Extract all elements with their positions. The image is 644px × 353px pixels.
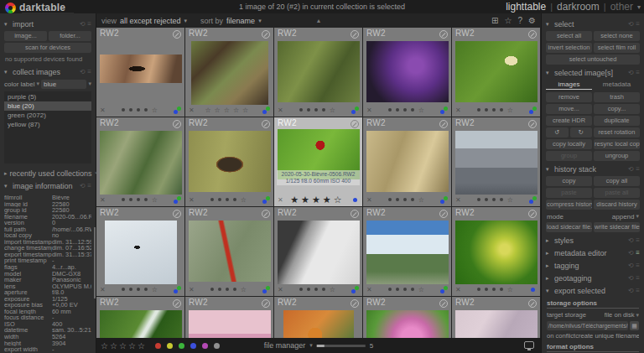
reject-icon[interactable]: ✕ — [189, 106, 195, 114]
ratings-filter-star-icon[interactable]: ☆ — [505, 17, 512, 25]
on-conflict-select[interactable]: create unique filename — [575, 332, 639, 340]
thumbnail-yellow-orchid[interactable]: RW2 ✕ ☆ — [452, 207, 541, 297]
star-rating[interactable]: ☆ — [477, 196, 513, 204]
color-label-button-gray[interactable] — [214, 343, 220, 349]
reject-icon[interactable]: ✕ — [455, 286, 461, 293]
group-icon[interactable] — [439, 30, 448, 39]
left-panel-scrollbar[interactable] — [94, 227, 96, 298]
presets-menu-icon[interactable]: ≡ — [636, 69, 640, 76]
color-label-button-purple[interactable] — [202, 343, 208, 349]
select-all-button[interactable]: select all — [546, 31, 592, 41]
color-label-button-blue[interactable] — [190, 343, 196, 349]
star-rating[interactable]: ☆ — [477, 106, 513, 114]
presets-menu-icon[interactable]: ≡ — [87, 68, 91, 75]
top-panel-collapse-icon[interactable]: ▲ — [316, 18, 322, 23]
rule-field-select[interactable]: color label — [4, 80, 34, 88]
invert-selection-button[interactable]: invert selection — [546, 43, 592, 53]
metadata-editor-panel-header[interactable]: ▸ metadata editor ⟲≡ — [542, 247, 644, 259]
collapse-icon[interactable]: ▾ — [4, 21, 10, 28]
thumbnail-duck-in-water[interactable]: RW2 ✕ ☆ — [185, 117, 274, 207]
mode-select[interactable]: append — [612, 213, 635, 221]
collapse-icon[interactable]: ▸ — [546, 250, 552, 257]
group-icon[interactable] — [351, 120, 359, 128]
rating-filter-star-icon[interactable]: ☆ — [119, 341, 127, 350]
group-icon[interactable] — [528, 210, 537, 218]
recent-collections-panel-header[interactable]: ▸ recently used collections ⟲≡ — [0, 167, 96, 179]
view-other[interactable]: other — [610, 1, 633, 13]
reset-icon[interactable]: ⟲ — [628, 274, 634, 282]
mode-caret-icon[interactable]: ▾ — [636, 213, 639, 220]
select-film-roll-button[interactable]: select film roll — [594, 43, 640, 53]
trash-button[interactable]: trash — [594, 92, 640, 102]
group-icon[interactable] — [262, 120, 270, 128]
reset-rotation-button[interactable]: reset rotation — [594, 127, 640, 138]
layout-mode-select[interactable]: file manager — [264, 341, 306, 350]
duplicate-button[interactable]: duplicate — [594, 116, 640, 126]
collect-images-panel-header[interactable]: ▾ collect images ⟲≡ — [0, 65, 96, 78]
zoom-slider[interactable] — [317, 345, 366, 347]
reset-icon[interactable]: ⟲ — [80, 20, 86, 28]
group-icon[interactable] — [262, 30, 270, 39]
color-label-button-red[interactable] — [155, 343, 161, 349]
reject-icon[interactable]: ✕ — [366, 196, 372, 204]
view-darkroom[interactable]: darkroom — [557, 1, 600, 13]
import-panel-header[interactable]: ▾ import ⟲≡ — [0, 18, 96, 30]
group-icon[interactable] — [439, 210, 448, 218]
export-path-input[interactable]: /home/nilvus/Téléchargements/m — [547, 321, 628, 330]
group-icon[interactable] — [528, 120, 537, 128]
thumbnail-butterfly-on-leaves[interactable]: RW2 ✕ ☆ — [452, 28, 541, 117]
presets-menu-icon[interactable]: ≡ — [636, 274, 640, 282]
history-copy-all-button[interactable]: copy all — [594, 176, 640, 186]
reset-icon[interactable]: ⟲ — [628, 262, 634, 269]
panel-header-icons[interactable]: ⟲≡ — [628, 165, 640, 173]
rotate-cw-button[interactable]: ↻ — [570, 127, 593, 138]
select-untouched-button[interactable]: select untouched — [546, 55, 640, 65]
collapse-icon[interactable]: ▸ — [546, 275, 552, 282]
select-panel-header[interactable]: ▾ select ⟲≡ — [542, 18, 644, 30]
add-rule-caret-icon[interactable]: ▾ — [88, 80, 91, 87]
rating-filter-stars[interactable]: ☆☆☆☆☆ — [101, 341, 145, 350]
collapse-icon[interactable]: ▸ — [546, 237, 552, 244]
thumbnail-red-beetle-on-leaf[interactable]: RW2 2020-05-30-Bièvre-0506.RW2 1/125 f/8… — [274, 117, 363, 207]
reject-icon[interactable]: ✕ — [455, 106, 461, 114]
thumbnail-pink-mountain-sunset[interactable]: RW2 ✕ ☆☆☆☆☆ — [185, 297, 274, 338]
rotate-ccw-button[interactable]: ↺ — [546, 127, 569, 138]
rule-value-input[interactable]: blue — [41, 80, 87, 89]
history-paste-all-button[interactable]: paste all — [594, 188, 640, 198]
select-none-button[interactable]: select none — [594, 31, 640, 41]
views-caret-icon[interactable]: ▾ — [637, 3, 641, 11]
presets-menu-icon[interactable]: ≡ — [87, 20, 91, 28]
styles-panel-header[interactable]: ▸ styles ⟲≡ — [542, 234, 644, 247]
reject-icon[interactable]: ✕ — [366, 106, 372, 114]
thumbnail-mountain-clouds[interactable]: RW2 ✕ ☆ — [363, 207, 452, 297]
group-icon[interactable] — [173, 299, 181, 308]
group-icon[interactable] — [439, 299, 448, 308]
panel-header-icons[interactable]: ⟲≡ — [628, 69, 640, 76]
reset-icon[interactable]: ⟲ — [628, 249, 634, 257]
group-icon[interactable] — [173, 30, 181, 39]
history-stack-panel-header[interactable]: ▾ history stack ⟲≡ — [542, 163, 644, 175]
thumbnail-pale-pink-flowers[interactable]: RW2 ✕ ☆☆☆☆☆ — [452, 297, 541, 338]
import-image-button[interactable]: image... — [4, 31, 47, 41]
star-rating[interactable]: ☆ — [299, 106, 335, 114]
collapse-icon[interactable]: ▾ — [4, 69, 10, 75]
create-hdr-button[interactable]: create HDR — [546, 116, 592, 126]
reject-icon[interactable]: ✕ — [100, 196, 106, 204]
thumbnail-insect-on-wheat[interactable]: RW2 ✕ ☆ — [363, 117, 452, 207]
rating-filter-star-icon[interactable]: ☆ — [101, 341, 108, 350]
collapse-icon[interactable]: ▾ — [546, 70, 552, 76]
scan-for-devices-button[interactable]: scan for devices — [4, 43, 91, 53]
thumbnail-pink-thistle[interactable]: RW2 ✕ ☆☆☆☆☆ — [363, 297, 452, 338]
tab-images[interactable]: images — [546, 80, 592, 90]
reject-icon[interactable]: ✕ — [189, 286, 195, 293]
view-filter-select[interactable]: all except rejected — [120, 17, 181, 25]
filter-caret-icon[interactable]: ▾ — [184, 18, 188, 24]
thumbnail-red-dragonfly[interactable]: RW2 ✕ ☆ — [185, 207, 274, 297]
reset-icon[interactable]: ⟲ — [628, 69, 634, 76]
copy-button[interactable]: copy... — [594, 104, 640, 114]
preferences-gear-icon[interactable]: ⚙ — [528, 17, 536, 25]
star-rating[interactable]: ☆ — [388, 286, 424, 293]
star-rating[interactable]: ☆ — [210, 286, 247, 293]
reset-icon[interactable]: ⟲ — [80, 182, 86, 189]
sort-caret-icon[interactable]: ▾ — [258, 18, 262, 24]
